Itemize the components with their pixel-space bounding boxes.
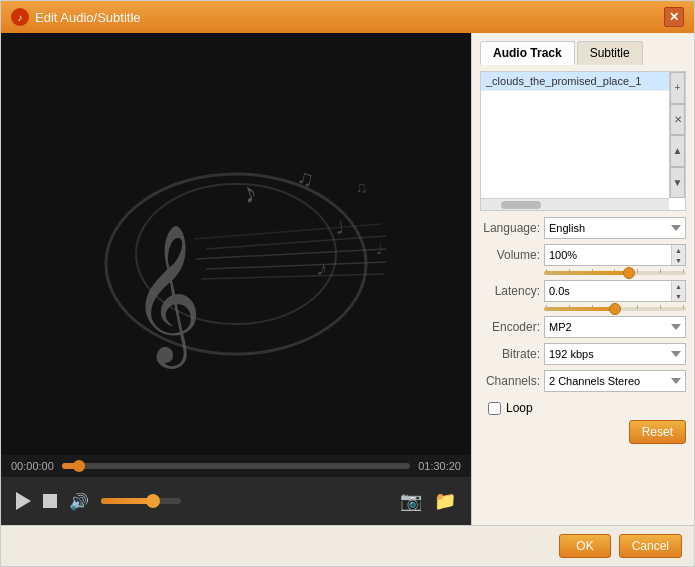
svg-text:♫: ♫ (354, 178, 369, 197)
volume-slider-fill (544, 271, 629, 275)
volume-button[interactable]: 🔊 (69, 492, 89, 511)
snapshot-button[interactable]: 📷 (400, 490, 422, 512)
latency-down-button[interactable]: ▼ (672, 291, 685, 301)
cancel-button[interactable]: Cancel (619, 534, 682, 558)
title-bar-left: ♪ Edit Audio/Subtitle (11, 8, 141, 26)
add-track-button[interactable]: + (670, 72, 685, 104)
loop-checkbox[interactable] (488, 402, 501, 415)
controls-bar: 🔊 📷 📁 (1, 477, 471, 525)
play-button[interactable] (16, 492, 31, 510)
latency-slider-track[interactable] (544, 307, 686, 311)
volume-slider-track[interactable] (544, 271, 686, 275)
progress-fill (62, 463, 79, 469)
time-current: 00:00:00 (11, 460, 54, 472)
track-side-buttons: + ✕ ▲ ▼ (669, 72, 685, 198)
channels-label: Channels: (480, 374, 540, 388)
title-bar: ♪ Edit Audio/Subtitle ✕ (1, 1, 694, 33)
music-visual: 𝄞 ♪ ♫ ♩ ♪ ♫ ♩ (76, 104, 396, 384)
stop-button[interactable] (43, 494, 57, 508)
tick (683, 305, 684, 309)
latency-spinner: ▲ ▼ (544, 280, 686, 302)
svg-line-12 (206, 236, 386, 249)
move-up-button[interactable]: ▲ (670, 135, 685, 167)
language-label: Language: (480, 221, 540, 235)
encoder-label: Encoder: (480, 320, 540, 334)
latency-label: Latency: (480, 284, 540, 298)
volume-spinner: ▲ ▼ (544, 244, 686, 266)
volume-up-button[interactable]: ▲ (672, 245, 685, 255)
tick (660, 305, 661, 309)
encoder-select[interactable]: MP2 AAC MP3 AC3 (544, 316, 686, 338)
bitrate-row: Bitrate: 64 kbps 128 kbps 192 kbps 256 k… (480, 343, 686, 365)
volume-slider-thumb (623, 267, 635, 279)
tick (637, 305, 638, 309)
volume-slider[interactable] (101, 498, 181, 504)
volume-slider-row (480, 271, 686, 275)
bitrate-label: Bitrate: (480, 347, 540, 361)
remove-track-button[interactable]: ✕ (670, 104, 685, 136)
tab-subtitle[interactable]: Subtitle (577, 41, 643, 65)
video-panel: 𝄞 ♪ ♫ ♩ ♪ ♫ ♩ (1, 33, 471, 525)
volume-input[interactable] (549, 249, 681, 261)
list-item[interactable]: _clouds_the_promised_place_1 (481, 72, 685, 91)
volume-fill (101, 498, 153, 504)
progress-thumb (73, 460, 85, 472)
main-content: 𝄞 ♪ ♫ ♩ ♪ ♫ ♩ (1, 33, 694, 525)
horizontal-scrollbar[interactable] (481, 198, 669, 210)
tick (660, 269, 661, 273)
latency-slider-fill (544, 307, 615, 311)
volume-spinner-arrows: ▲ ▼ (671, 245, 685, 265)
time-total: 01:30:20 (418, 460, 461, 472)
encoder-row: Encoder: MP2 AAC MP3 AC3 (480, 316, 686, 338)
volume-thumb (146, 494, 160, 508)
stop-icon (43, 494, 57, 508)
dialog-title: Edit Audio/Subtitle (35, 10, 141, 25)
play-icon (16, 492, 31, 510)
edit-audio-subtitle-dialog: ♪ Edit Audio/Subtitle ✕ 𝄞 ♪ (0, 0, 695, 567)
latency-input[interactable] (549, 285, 681, 297)
latency-slider-thumb (609, 303, 621, 315)
latency-slider-row (480, 307, 686, 311)
move-down-button[interactable]: ▼ (670, 167, 685, 199)
volume-row: Volume: ▲ ▼ (480, 244, 686, 266)
svg-text:♫: ♫ (295, 164, 316, 191)
svg-line-9 (196, 249, 386, 259)
channels-row: Channels: Mono 2 Channels Stereo 5.1 Sur… (480, 370, 686, 392)
bottom-bar: OK Cancel (1, 525, 694, 566)
svg-text:♪: ♪ (315, 257, 330, 281)
channels-select[interactable]: Mono 2 Channels Stereo 5.1 Surround (544, 370, 686, 392)
svg-line-11 (201, 274, 384, 279)
tick (637, 269, 638, 273)
right-panel-buttons: Reset (480, 415, 686, 449)
loop-label[interactable]: Loop (506, 401, 533, 415)
tick (683, 269, 684, 273)
video-area: 𝄞 ♪ ♫ ♩ ♪ ♫ ♩ (1, 33, 471, 455)
track-list: _clouds_the_promised_place_1 (481, 72, 685, 210)
latency-row: Latency: ▲ ▼ (480, 280, 686, 302)
svg-text:♪: ♪ (237, 176, 261, 210)
latency-spinner-arrows: ▲ ▼ (671, 281, 685, 301)
bottom-buttons: OK Cancel (559, 534, 682, 558)
ok-button[interactable]: OK (559, 534, 610, 558)
reset-button[interactable]: Reset (629, 420, 686, 444)
svg-text:𝄞: 𝄞 (131, 226, 202, 369)
loop-row: Loop (480, 401, 686, 415)
language-select[interactable]: English French German Spanish (544, 217, 686, 239)
volume-down-button[interactable]: ▼ (672, 255, 685, 265)
svg-line-10 (206, 262, 386, 269)
volume-label: Volume: (480, 248, 540, 262)
right-panel: Audio Track Subtitle _clouds_the_promise… (471, 33, 694, 525)
track-list-container: _clouds_the_promised_place_1 + ✕ ▲ ▼ (480, 71, 686, 211)
latency-up-button[interactable]: ▲ (672, 281, 685, 291)
bitrate-select[interactable]: 64 kbps 128 kbps 192 kbps 256 kbps 320 k… (544, 343, 686, 365)
scrollbar-thumb (501, 201, 541, 209)
close-button[interactable]: ✕ (664, 7, 684, 27)
progress-track[interactable] (62, 463, 410, 469)
tabs: Audio Track Subtitle (480, 41, 686, 65)
folder-button[interactable]: 📁 (434, 490, 456, 512)
progress-bar-area: 00:00:00 01:30:20 (1, 455, 471, 477)
tab-audio-track[interactable]: Audio Track (480, 41, 575, 65)
dialog-icon: ♪ (11, 8, 29, 26)
language-row: Language: English French German Spanish (480, 217, 686, 239)
svg-line-13 (194, 224, 381, 239)
